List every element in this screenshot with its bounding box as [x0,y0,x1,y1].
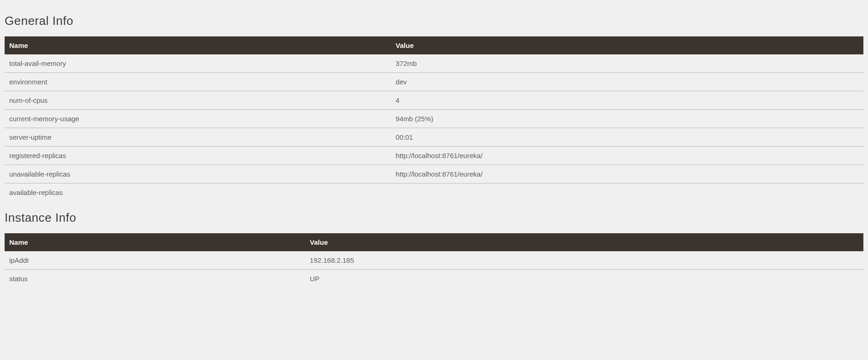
general-row-name: current-memory-usage [5,110,391,128]
table-row: environment dev [5,73,863,91]
table-row: ipAddr 192.168.2.185 [5,251,863,270]
general-row-name: environment [5,73,391,91]
general-row-name: num-of-cpus [5,91,391,110]
table-row: status UP [5,270,863,288]
general-row-name: registered-replicas [5,147,391,165]
instance-row-value: 192.168.2.185 [305,251,863,270]
general-row-name: server-uptime [5,128,391,147]
table-row: registered-replicas http://localhost:876… [5,147,863,165]
general-row-name: unavailable-replicas [5,165,391,183]
general-info-table: Name Value total-avail-memory 372mb envi… [5,36,863,201]
instance-header-value: Value [305,233,863,251]
general-row-name: total-avail-memory [5,54,391,73]
table-row: current-memory-usage 94mb (25%) [5,110,863,128]
instance-info-table: Name Value ipAddr 192.168.2.185 status U… [5,233,863,288]
instance-info-title: Instance Info [5,211,863,225]
instance-header-name: Name [5,233,305,251]
instance-row-name: status [5,270,305,288]
general-row-value: 4 [391,91,863,110]
general-row-name: available-replicas [5,183,391,202]
general-row-value: 94mb (25%) [391,110,863,128]
general-header-name: Name [5,36,391,54]
instance-row-value: UP [305,270,863,288]
general-header-value: Value [391,36,863,54]
general-row-value: http://localhost:8761/eureka/ [391,147,863,165]
general-row-value [391,183,863,202]
general-info-title: General Info [5,14,863,28]
table-row: num-of-cpus 4 [5,91,863,110]
general-row-value: 00:01 [391,128,863,147]
table-row: total-avail-memory 372mb [5,54,863,73]
table-row: available-replicas [5,183,863,202]
general-row-value: dev [391,73,863,91]
instance-row-name: ipAddr [5,251,305,270]
table-row: server-uptime 00:01 [5,128,863,147]
general-row-value: 372mb [391,54,863,73]
general-row-value: http://localhost:8761/eureka/ [391,165,863,183]
table-row: unavailable-replicas http://localhost:87… [5,165,863,183]
